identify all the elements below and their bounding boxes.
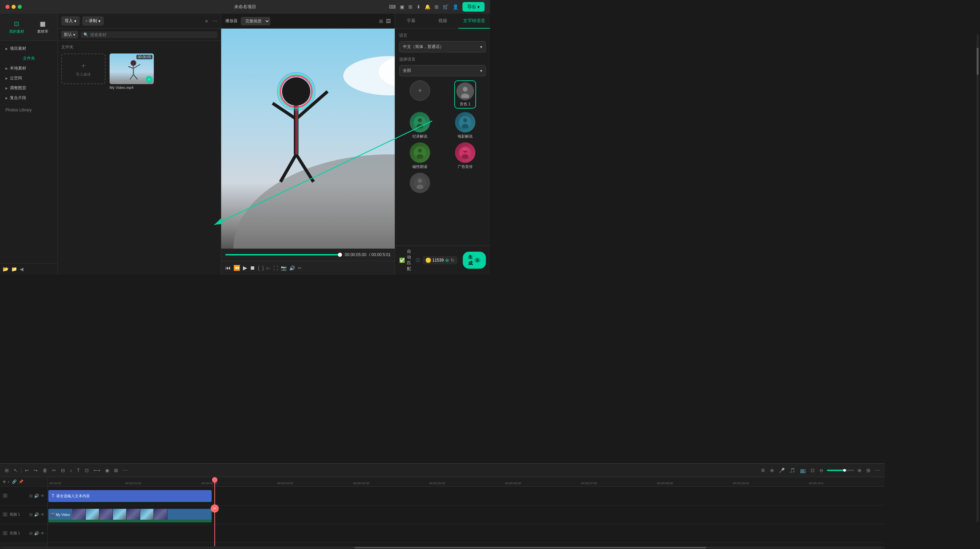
main-layout: ⊡ 我的素材 ▦ 素材库 ▶ 项目素材 文件夹 ▶ 本地素材 ▶ 云空 — [0, 14, 490, 274]
tab-caption[interactable]: 字幕 — [395, 14, 427, 29]
voice-item-magnetic[interactable]: 磁性朗读 — [399, 142, 441, 169]
media-duration: 00:00:05 — [137, 55, 153, 59]
voice-avatar-movie — [455, 112, 476, 132]
sidebar-item-local[interactable]: ▶ 本地素材 — [3, 63, 55, 73]
search-input[interactable] — [90, 32, 215, 37]
coins-display: 🟡 11539 ⊕ ↻ — [423, 256, 457, 264]
right-panel: 字幕 视频 文字转语音 语言 中文（简体，普通话） ▾ 选择语音 全部 ▾ + — [395, 14, 490, 274]
voice-name-magnetic: 磁性朗读 — [412, 164, 427, 169]
cart-icon[interactable]: 🛒 — [443, 4, 449, 10]
quality-select[interactable]: 完整画质 1/2 画质 1/4 画质 — [241, 17, 270, 25]
media-library-tool[interactable]: ▦ 素材库 — [34, 18, 51, 36]
right-content: 语言 中文（简体，普通话） ▾ 选择语音 全部 ▾ + — [395, 29, 490, 246]
user-icon[interactable]: 👤 — [453, 4, 458, 10]
stop-button[interactable]: ⏹ — [250, 265, 255, 271]
video-preview — [221, 29, 395, 249]
share-icon[interactable]: ⊞ — [408, 4, 412, 10]
sidebar-bottom: 📂 📁 ◀ — [0, 263, 57, 274]
media-item: 00:00:05 ✓ My Video.mp4 — [110, 53, 154, 89]
auto-match-control: ✅ 自动匹配 ⓘ — [399, 249, 420, 272]
bell-icon[interactable]: 🔔 — [425, 4, 430, 10]
sort-button[interactable]: 默认 ▾ — [61, 31, 78, 38]
voice-item-movie[interactable]: 电影解说 — [444, 112, 486, 139]
folder-label: 文件夹 — [61, 44, 218, 50]
import-button[interactable]: 导入 ▾ — [61, 16, 80, 26]
fullscreen-button[interactable]: ⛶ — [273, 265, 278, 271]
playback-bar: 00:00:05:00 / 00:00:5:01 — [221, 249, 395, 261]
progress-thumb[interactable] — [338, 253, 342, 257]
svg-point-14 — [282, 77, 310, 105]
import-placeholder[interactable]: + 导入媒体 — [61, 53, 105, 84]
refresh-icon[interactable]: ↻ — [450, 257, 455, 263]
sidebar-photos-library[interactable]: Photos Library — [0, 105, 57, 115]
preview-toolbar: 播放器 完整画质 1/2 画质 1/4 画质 ⊞ 🖼 — [221, 14, 395, 29]
play-button[interactable]: ▶ — [243, 265, 247, 271]
sidebar-item-cloud[interactable]: ▶ 云空间 — [3, 73, 55, 83]
voice-avatar-1 — [456, 82, 474, 100]
voice-item-1[interactable]: 音色 1 — [444, 80, 486, 109]
add-voice-item[interactable]: + — [399, 80, 441, 109]
time-current: 00:00:05:00 — [345, 252, 366, 257]
grid-view-icon[interactable]: ⊞ — [379, 18, 383, 24]
more-icon[interactable]: ⋯ — [213, 18, 218, 24]
generate-button[interactable]: 生成 5 — [463, 252, 486, 269]
frame-back-button[interactable]: ⏪ — [234, 265, 240, 271]
chevron-icon-2: ▶ — [5, 67, 8, 70]
add-coins-icon[interactable]: ⊕ — [445, 257, 449, 263]
traffic-lights — [5, 5, 22, 9]
search-box[interactable]: 🔍 — [81, 31, 218, 38]
language-dropdown[interactable]: 中文（简体，普通话） ▾ — [399, 41, 486, 53]
rewind-button[interactable]: ⏮ — [225, 265, 231, 271]
sidebar-item-project[interactable]: ▶ 项目素材 — [3, 44, 55, 53]
download-icon[interactable]: ⬇ — [417, 4, 421, 10]
caption-icon[interactable]: ⌨ — [389, 4, 396, 10]
preview-panel: 播放器 完整画质 1/2 画质 1/4 画质 ⊞ 🖼 — [221, 14, 395, 274]
maximize-button[interactable] — [18, 5, 22, 9]
media-thumbnail[interactable]: 00:00:05 ✓ — [110, 53, 154, 84]
svg-point-26 — [463, 87, 468, 92]
sidebar-item-folder[interactable]: 文件夹 — [3, 53, 55, 63]
preview-view-icons: ⊞ 🖼 — [379, 18, 391, 24]
media-filename: My Video.mp4 — [110, 86, 154, 89]
generate-count: 5 — [474, 258, 480, 263]
voice-item-more[interactable] — [399, 173, 441, 193]
svg-point-29 — [418, 118, 422, 122]
sidebar-item-adjustment[interactable]: ▶ 调整图层 — [3, 83, 55, 93]
progress-fill — [225, 254, 341, 255]
sidebar-item-compound[interactable]: ▶ 复合片段 — [3, 93, 55, 103]
add-voice-avatar[interactable]: + — [410, 80, 430, 101]
image-view-icon[interactable]: 🖼 — [386, 18, 391, 24]
plus-icon: + — [81, 61, 86, 70]
voice-name-ad: 广告宣传 — [458, 164, 473, 169]
close-button[interactable] — [5, 5, 10, 9]
camera-button[interactable]: 📷 — [281, 265, 286, 271]
voice-item-documentary[interactable]: 纪录解说 — [399, 112, 441, 139]
mark-in-button[interactable]: { — [258, 265, 259, 271]
playback-progress[interactable] — [225, 254, 342, 255]
chevron-icon: ▶ — [5, 47, 8, 50]
export-button[interactable]: 导出 ▾ — [463, 2, 485, 11]
folder-open-icon[interactable]: 📂 — [3, 267, 8, 272]
chevron-icon-3: ▶ — [5, 77, 8, 80]
mark-out-button[interactable]: } — [262, 265, 264, 271]
record-button[interactable]: ● 录制 ▾ — [82, 16, 104, 26]
crop-button[interactable]: ✂ — [298, 265, 302, 271]
svg-point-40 — [463, 148, 468, 151]
folder-add-icon[interactable]: 📁 — [11, 267, 17, 272]
my-media-icon: ⊡ — [14, 20, 19, 27]
voice-dropdown[interactable]: 全部 ▾ — [399, 65, 486, 76]
collapse-icon[interactable]: ◀ — [20, 267, 24, 272]
my-media-tool[interactable]: ⊡ 我的素材 — [6, 18, 27, 36]
voice-item-ad[interactable]: 广告宣传 — [444, 142, 486, 169]
tab-tts[interactable]: 文字转语音 — [458, 14, 490, 29]
monitor-icon[interactable]: ▣ — [400, 4, 404, 10]
audio-button[interactable]: 🔊 — [289, 265, 295, 271]
filter-icon[interactable]: ≡ — [205, 18, 208, 24]
minimize-button[interactable] — [11, 5, 16, 9]
split-marker-button[interactable]: ⊢ — [266, 265, 270, 271]
grid-icon[interactable]: ⊞ — [434, 4, 439, 10]
info-icon[interactable]: ⓘ — [416, 257, 420, 263]
tab-video[interactable]: 视频 — [427, 14, 458, 29]
sort-bar: 默认 ▾ 🔍 — [58, 29, 221, 41]
chevron-icon-4: ▶ — [5, 86, 8, 90]
